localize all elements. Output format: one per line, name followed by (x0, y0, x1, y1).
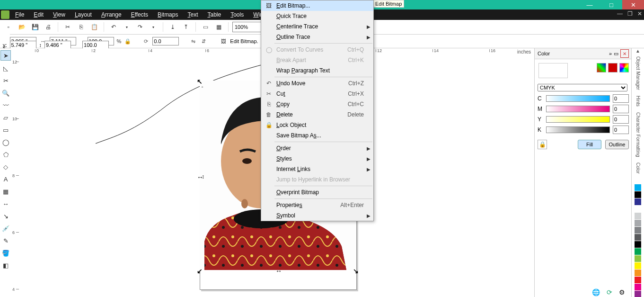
menu-tools[interactable]: Tools (226, 10, 248, 19)
channel-value-y[interactable] (613, 115, 629, 124)
ctx-undo-move[interactable]: ↶Undo MoveCtrl+Z (261, 78, 373, 89)
ctx-delete[interactable]: 🗑DeleteDelete (261, 109, 373, 120)
undo-icon[interactable]: ↶ (108, 21, 119, 33)
ctx-internet-links[interactable]: Internet Links▶ (261, 164, 373, 174)
dimension-tool[interactable]: ↔ (1, 199, 10, 208)
freehand-tool[interactable]: 〰 (1, 100, 10, 110)
palette-swatch[interactable] (635, 255, 641, 262)
minimize-button[interactable]: — (579, 0, 600, 9)
channel-value-c[interactable] (613, 94, 629, 103)
palette-swatch[interactable] (635, 270, 641, 276)
settings-icon[interactable]: ⚙ (619, 288, 625, 296)
pick-tool[interactable]: ➤ (0, 50, 11, 61)
fill-button[interactable]: Fill (578, 140, 601, 149)
menu-layout[interactable]: Layout (70, 10, 97, 19)
palette-swatch[interactable] (635, 291, 641, 297)
docker-close-icon[interactable]: ✕ (620, 49, 629, 58)
cut-icon[interactable]: ✂ (62, 21, 73, 33)
color-model-select[interactable]: CMYK (538, 84, 627, 91)
palette-swatch[interactable] (635, 262, 641, 269)
lock-ratio-icon[interactable]: 🔒 (124, 37, 132, 45)
ctx-symbol[interactable]: Symbol▶ (261, 210, 373, 221)
ctx-lock-object[interactable]: 🔒Lock Object (261, 120, 373, 130)
crop-tool[interactable]: ✂ (1, 76, 10, 85)
palette-swatch[interactable] (635, 191, 641, 198)
docker-more-icon[interactable]: » (609, 51, 612, 56)
ctx-overprint-bitmap[interactable]: Overprint Bitmap (261, 187, 373, 198)
menu-arrange[interactable]: Arrange (97, 10, 126, 19)
palette-tab-icon[interactable] (619, 63, 629, 72)
interactive-fill-tool[interactable]: ◧ (1, 261, 10, 270)
edit-bitmap-label[interactable]: Edit Bitmap. (230, 38, 258, 44)
mirror-v-icon[interactable]: ⇵ (200, 37, 207, 45)
mirror-h-icon[interactable]: ⇋ (189, 37, 197, 45)
channel-value-m[interactable] (613, 105, 629, 113)
ctx-properties[interactable]: PropertiesAlt+Enter (261, 200, 373, 210)
handle-s[interactable]: ↔ (275, 267, 280, 272)
docker-tab-color[interactable]: Color (635, 162, 641, 174)
ctx-save-bitmap-as-[interactable]: Save Bitmap As... (261, 130, 373, 141)
basic-shapes-tool[interactable]: ◇ (1, 162, 10, 171)
table-tool[interactable]: ▦ (1, 187, 10, 196)
smart-fill-tool[interactable]: ▱ (1, 113, 10, 122)
save-icon[interactable]: 💾 (29, 21, 41, 33)
mdi-close[interactable]: ✕ (637, 10, 642, 17)
edit-bitmap-icon[interactable]: 🖼 (220, 37, 227, 45)
ctx-cut[interactable]: ✂CutCtrl+X (261, 89, 373, 99)
menu-table[interactable]: Table (203, 10, 226, 19)
palette-swatch[interactable] (635, 234, 641, 241)
channel-slider-k[interactable] (546, 126, 610, 133)
mdi-minimize[interactable]: — (617, 10, 623, 17)
text-tool[interactable]: A (1, 174, 10, 184)
globe-icon[interactable]: 🌐 (592, 288, 600, 296)
docker-tab-character-formatting[interactable]: Character Formatting (635, 112, 641, 157)
ctx-order[interactable]: Order▶ (261, 143, 373, 153)
palette-swatch[interactable] (635, 213, 641, 219)
menu-effects[interactable]: Effects (126, 10, 153, 19)
refresh-icon[interactable]: ⟳ (607, 288, 612, 296)
channel-value-k[interactable] (613, 126, 629, 134)
handle-w[interactable]: ↔ (197, 173, 202, 178)
palette-swatch[interactable] (635, 198, 641, 205)
close-button[interactable]: ✕ (622, 0, 644, 9)
copy-icon[interactable]: ⎘ (75, 21, 87, 33)
connector-tool[interactable]: ↘ (1, 211, 10, 221)
docker-collapse-icon[interactable]: ▭ (614, 51, 618, 57)
menu-bitmaps[interactable]: Bitmaps (153, 10, 183, 19)
ctx-outline-trace[interactable]: Outline Trace▶ (261, 32, 373, 42)
rectangle-tool[interactable]: ▭ (1, 125, 10, 135)
handle-center-w[interactable]: ↕ (202, 173, 206, 178)
handle-nw[interactable]: ↖ (197, 78, 202, 82)
app-launcher-icon[interactable]: ▦ (213, 21, 224, 33)
palette-swatch[interactable] (635, 284, 641, 290)
print-icon[interactable]: 🖨 (43, 21, 54, 33)
menu-text[interactable]: Text (183, 10, 203, 19)
ctx-quick-trace[interactable]: Quick Trace (261, 11, 373, 21)
palette-swatch[interactable] (635, 241, 641, 248)
palette-up-icon[interactable]: ▲ (635, 48, 640, 54)
handle-se[interactable]: ↘ (353, 267, 358, 272)
palette-swatch[interactable] (635, 220, 641, 226)
palette-swatch[interactable] (635, 177, 641, 184)
export-icon[interactable]: ⤒ (180, 21, 192, 33)
maximize-button[interactable]: □ (600, 0, 622, 9)
ctx-styles[interactable]: Styles▶ (261, 153, 373, 164)
polygon-tool[interactable]: ⬠ (1, 150, 10, 159)
zoom-tool[interactable]: 🔍 (1, 88, 10, 98)
viewer-tab-icon[interactable] (608, 63, 618, 72)
rot-input[interactable] (152, 37, 179, 45)
sliders-tab-icon[interactable] (597, 63, 606, 72)
ctx-centerline-trace[interactable]: Centerline Trace▶ (261, 21, 373, 32)
handle-x[interactable]: ▫ (202, 84, 206, 89)
channel-slider-c[interactable] (546, 95, 610, 102)
lock-color-icon[interactable]: 🔒 (538, 140, 547, 149)
paste-icon[interactable]: 📋 (88, 21, 100, 33)
menu-view[interactable]: View (48, 10, 70, 19)
handle-sw[interactable]: ↙ (197, 267, 202, 272)
palette-swatch[interactable] (635, 277, 641, 283)
ellipse-tool[interactable]: ◯ (1, 137, 10, 147)
menu-edit[interactable]: Edit (29, 10, 48, 19)
undo-dropdown-icon[interactable]: ▾ (121, 21, 132, 33)
new-icon[interactable]: ▫ (3, 21, 14, 33)
channel-slider-y[interactable] (546, 116, 610, 123)
